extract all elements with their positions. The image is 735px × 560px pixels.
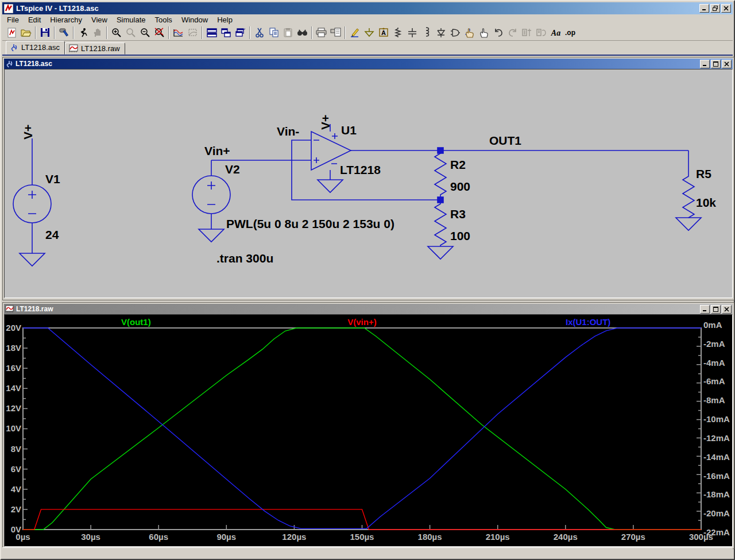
left-axis-tick-label: 4V [5,485,21,494]
right-axis-tick-label: -14mA [703,453,733,462]
net-label-out1: OUT1 [489,134,521,146]
find-icon[interactable] [295,26,310,40]
ltspice-main-window: LTspice IV - LT1218.asc FileEditHierarch… [0,0,735,560]
place-resistor-icon[interactable] [390,26,405,40]
menu-item[interactable]: File [2,15,24,25]
trace-name-ix[interactable]: Ix(U1:OUT) [475,317,701,327]
trace-name-vvin[interactable]: V(vin+) [249,317,475,327]
place-ground-icon[interactable] [362,26,376,40]
control-panel-icon[interactable] [57,26,71,40]
status-bar [2,547,733,558]
right-axis-tick-label: -20mA [703,509,733,518]
tile-horizontal-icon[interactable] [204,26,219,40]
component-value-r2: 900 [450,180,470,192]
component-value-v2: PWL(5u 0 8u 2 150u 2 153u 0) [226,218,394,230]
tab-schematic[interactable]: LT1218.asc [6,41,65,55]
trace-Ix(U1:OUT) [23,328,701,528]
spice-directive-text: .tran 300u [216,252,273,264]
halt-simulation-icon[interactable] [90,26,105,40]
toolbar-separator [202,26,203,39]
window-title: LTspice IV - LT1218.asc [16,4,99,13]
draw-wire-icon[interactable] [347,26,362,40]
x-axis-tick-label: 90µs [209,532,243,542]
schematic-minimize-button[interactable] [700,60,710,68]
trace-name-vout1[interactable]: V(out1) [23,317,249,327]
schematic-canvas[interactable]: V+ V1 24 Vin+ V2 PWL(5u 0 8u 2 150u 2 15… [4,69,733,298]
redo-icon[interactable] [505,26,520,40]
left-axis-tick-label: 8V [5,445,21,454]
place-component-icon[interactable] [448,26,462,40]
minimize-button[interactable] [699,4,709,13]
toolbar-separator [73,26,74,39]
print-preview-icon[interactable] [328,26,343,40]
right-axis-tick-label: -8mA [703,396,733,405]
x-axis-tick-label: 60µs [141,532,176,542]
left-axis-tick-label: 10V [5,424,21,433]
restore-button[interactable] [710,4,720,13]
close-button[interactable] [721,4,731,13]
new-schematic-icon[interactable] [5,26,19,40]
place-inductor-icon[interactable] [419,26,434,40]
component-value-r5: 10k [696,196,716,208]
place-capacitor-icon[interactable] [405,26,419,40]
trace-legend: V(out1) V(vin+) Ix(U1:OUT) [23,317,701,327]
menu-item[interactable]: Window [177,15,212,25]
autorange-y-axis-icon[interactable] [171,26,185,40]
zoom-back-icon[interactable] [123,26,138,40]
open-file-icon[interactable] [19,26,33,40]
toolbar-separator [311,26,312,39]
toolbar-separator [35,26,36,39]
pan-plot-icon[interactable] [185,26,200,40]
rotate-icon[interactable] [534,26,548,40]
waveform-close-button[interactable] [722,305,732,314]
print-icon[interactable] [314,26,328,40]
zoom-in-icon[interactable] [109,26,123,40]
x-axis-labels[interactable]: 0µs30µs60µs90µs120µs150µs180µs210µs240µs… [6,532,718,542]
drag-icon[interactable] [477,26,491,40]
menu-item[interactable]: View [87,15,112,25]
right-axis-tick-label: 0mA [703,320,733,330]
waveform-plot-area[interactable]: V(out1) V(vin+) Ix(U1:OUT) 20V18V16V14V1… [4,314,733,547]
toolbar-separator [345,26,346,39]
zoom-full-extents-icon[interactable] [152,26,167,40]
component-name-v2: V2 [225,163,240,175]
svg-text:A: A [381,29,386,36]
left-axis-tick-label: 16V [5,364,21,373]
tile-vertical-icon[interactable] [219,26,233,40]
x-axis-tick-label: 300µs [684,532,718,542]
waveform-tab-icon [69,44,78,53]
place-diode-icon[interactable] [434,26,448,40]
zoom-out-icon[interactable] [138,26,152,40]
tab-label: LT1218.raw [81,44,120,53]
tab-label: LT1218.asc [21,43,60,52]
waveform-minimize-button[interactable] [700,305,710,314]
tab-waveform[interactable]: LT1218.raw [65,43,125,55]
save-icon[interactable] [38,26,52,40]
run-simulation-icon[interactable] [76,26,90,40]
menu-item[interactable]: Edit [24,15,45,25]
menu-item[interactable]: Hierarchy [45,15,87,25]
cascade-windows-icon[interactable] [233,26,247,40]
paste-icon[interactable] [281,26,295,40]
menu-item[interactable]: Help [212,15,237,25]
cut-icon[interactable] [252,26,266,40]
waveform-maximize-button[interactable] [711,305,721,314]
text-tool-icon[interactable]: Aa [548,26,563,40]
mirror-icon[interactable] [520,26,534,40]
schematic-close-button[interactable] [722,60,732,68]
spice-directive-icon[interactable]: .op [563,26,577,40]
left-axis-labels[interactable]: 20V18V16V14V12V10V8V6V4V2V0V [5,323,21,534]
right-axis-labels[interactable]: 0mA-2mA-4mA-6mA-8mA-10mA-12mA-14mA-16mA-… [703,320,733,537]
trace-V(out1) [23,328,701,530]
copy-icon[interactable] [266,26,281,40]
undo-icon[interactable] [491,26,505,40]
right-axis-tick-label: -10mA [703,415,733,424]
menu-item[interactable]: Simulate [112,15,150,25]
move-icon[interactable] [462,26,477,40]
place-net-label-icon[interactable]: A [376,26,390,40]
ltspice-logo-icon [4,4,13,13]
schematic-title: LT1218.asc [16,60,52,68]
menu-item[interactable]: Tools [150,15,177,25]
schematic-maximize-button[interactable] [711,60,721,68]
x-axis-tick-label: 210µs [481,532,515,542]
